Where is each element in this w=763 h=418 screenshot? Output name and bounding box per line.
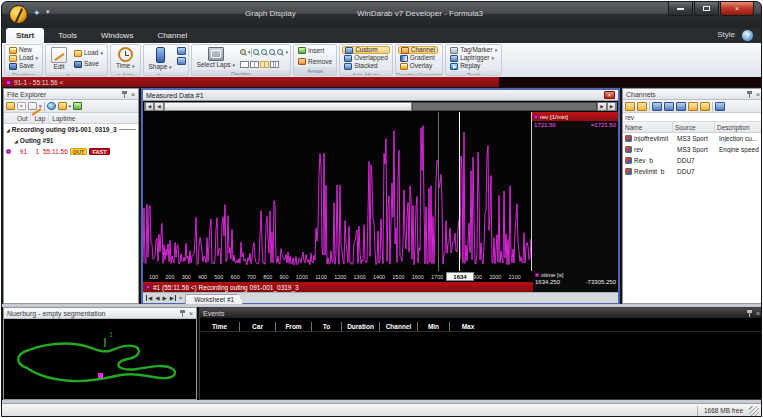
close-button[interactable]: × xyxy=(720,2,754,16)
col-min[interactable]: Min xyxy=(418,322,450,331)
col-source[interactable]: Source xyxy=(673,122,715,133)
overlay-gradient-button[interactable]: Gradient xyxy=(398,54,438,62)
legend-channel-row[interactable]: rev [1/min] xyxy=(532,112,618,121)
save-settings-button[interactable]: Save xyxy=(72,60,105,68)
pin-icon[interactable] xyxy=(747,310,752,317)
filter-edit-icon[interactable] xyxy=(28,102,37,110)
tag-marker-button[interactable]: Tag/Marker▾ xyxy=(448,46,499,54)
app-logo-icon[interactable] xyxy=(9,5,28,24)
remove-file-icon[interactable]: × xyxy=(17,102,26,110)
next-tab-icon[interactable]: ▶ xyxy=(162,295,166,301)
axis-stacked-button[interactable]: Stacked xyxy=(342,62,390,70)
tab-tools[interactable]: Tools xyxy=(48,28,87,43)
cursor-option-icon[interactable] xyxy=(177,47,186,55)
channel-add-icon[interactable] xyxy=(652,102,662,111)
minimize-button[interactable] xyxy=(668,2,693,16)
channel-edit-icon[interactable] xyxy=(676,102,686,111)
channel-row[interactable]: Rev_b DDU7 xyxy=(623,155,762,166)
expander-icon[interactable]: ◢ xyxy=(14,138,18,144)
overlay-channel-button[interactable]: Channel xyxy=(398,46,438,54)
worksheet-tab[interactable]: Worksheet #1 xyxy=(185,294,243,304)
layout-two-icon[interactable] xyxy=(250,61,259,68)
resize-grip[interactable] xyxy=(749,406,759,416)
pin-icon[interactable] xyxy=(180,310,185,317)
col-laptime[interactable]: Laptime xyxy=(49,114,138,123)
channel-import-icon[interactable] xyxy=(700,102,710,111)
col-max[interactable]: Max xyxy=(450,322,486,331)
tab-start[interactable]: Start xyxy=(6,28,44,43)
quick-access-dropdown-icon[interactable]: ▾ xyxy=(46,8,50,16)
tab-channel[interactable]: Channel xyxy=(147,28,197,43)
col-to[interactable]: To xyxy=(312,322,342,331)
close-icon[interactable]: × xyxy=(604,91,615,99)
layout-single-icon[interactable] xyxy=(240,61,249,68)
new-desktop-button[interactable]: New xyxy=(7,46,40,54)
last-tab-icon[interactable]: ▶ xyxy=(170,295,176,301)
trackmap-title[interactable]: Nuerburg - empty segmentation × xyxy=(4,308,196,319)
layout-two-active-icon[interactable] xyxy=(260,61,269,68)
zoom-fit-icon[interactable] xyxy=(269,49,275,55)
time-axis-button[interactable]: Time ▾ xyxy=(113,46,138,70)
sync-icon[interactable] xyxy=(73,102,82,110)
export-icon[interactable] xyxy=(58,102,67,110)
select-laps-button[interactable]: Select Laps ▾ xyxy=(194,46,238,69)
laptrigger-button[interactable]: Laptrigger▾ xyxy=(448,54,499,62)
overlay-overlay-button[interactable]: Overlay xyxy=(398,62,438,70)
quick-access-icon[interactable]: ✦ xyxy=(33,8,41,18)
col-from[interactable]: From xyxy=(276,322,312,331)
channel-filter-input[interactable] xyxy=(623,113,762,121)
info-icon[interactable] xyxy=(47,102,56,110)
replay-button[interactable]: Replay xyxy=(448,62,499,70)
load-settings-button[interactable]: Load▾ xyxy=(72,49,105,57)
tab-windows[interactable]: Windows xyxy=(91,28,143,43)
close-icon[interactable]: × xyxy=(756,310,760,317)
channel-row[interactable]: rev MS3 Sport Engine speed xyxy=(623,144,762,155)
channel-row[interactable]: Revlimit_b DDU7 xyxy=(623,166,762,177)
close-icon[interactable]: × xyxy=(756,91,760,98)
scroll-home-icon[interactable]: ◀ xyxy=(144,102,154,111)
col-duration[interactable]: Duration xyxy=(342,322,380,331)
title-bar[interactable]: ✦ ▾ Graph Display WinDarab v7 Developer … xyxy=(2,2,761,28)
scroll-right-icon[interactable]: ▶ xyxy=(597,102,607,111)
channel-folder-icon[interactable] xyxy=(625,102,635,111)
recording-node[interactable]: ◢ Recording outing 091-001_0319_3 xyxy=(4,124,138,135)
scrollbar-track[interactable] xyxy=(412,102,597,111)
close-tab-icon[interactable]: × xyxy=(179,295,182,301)
insert-area-button[interactable]: Insert xyxy=(296,47,334,55)
channel-row[interactable]: injoffrevlimit MS3 Sport Injection cu... xyxy=(623,133,762,144)
outing-node[interactable]: ◢ Outing #91 xyxy=(4,135,138,146)
style-menu-button[interactable]: Style xyxy=(717,30,735,39)
scroll-end-icon[interactable]: ▶ xyxy=(607,102,617,111)
col-car[interactable]: Car xyxy=(240,322,276,331)
col-out[interactable]: Out xyxy=(14,114,31,123)
channel-folder-icon[interactable] xyxy=(637,102,647,111)
close-icon[interactable]: × xyxy=(189,310,193,317)
channel-export-icon[interactable] xyxy=(688,102,698,111)
trackmap-canvas[interactable]: 1 xyxy=(5,320,195,398)
cursor-line[interactable] xyxy=(459,112,460,271)
zoom-prev-icon[interactable] xyxy=(277,49,283,55)
lap-quick-label[interactable]: 91-1 - 55:11.56 < xyxy=(14,79,63,86)
zoom-select-icon[interactable] xyxy=(240,49,246,55)
graph-h-scrollbar[interactable]: ◀ ◀ ▶ ▶ xyxy=(143,101,618,112)
cursor-option-icon[interactable] xyxy=(177,57,186,65)
prev-tab-icon[interactable]: ◀ xyxy=(155,295,159,301)
load-desktop-button[interactable]: Load▾ xyxy=(7,54,40,62)
zoom-out-icon[interactable] xyxy=(261,49,267,55)
close-icon[interactable]: × xyxy=(131,91,135,98)
axis-overlapped-button[interactable]: Overlapped xyxy=(342,54,390,62)
channels-title[interactable]: Channels × xyxy=(623,89,762,100)
col-description[interactable]: Description xyxy=(715,122,762,133)
cursor-value-box[interactable]: 1634 xyxy=(446,272,474,281)
cursor-shape-button[interactable]: Shape ▾ xyxy=(146,46,175,71)
zoom-in-icon[interactable] xyxy=(253,49,259,55)
help-icon[interactable]: ? xyxy=(742,30,753,41)
events-title[interactable]: Events × xyxy=(200,308,762,319)
signal-plot-area[interactable] xyxy=(143,112,532,271)
layout-grid-icon[interactable] xyxy=(270,61,279,68)
open-file-icon[interactable] xyxy=(6,102,15,110)
axis-custom-button[interactable]: Custom xyxy=(342,46,390,54)
scroll-left-icon[interactable]: ◀ xyxy=(154,102,164,111)
lap-row[interactable]: 91 1 55:11.56 OUT FAST xyxy=(4,146,138,157)
pin-icon[interactable] xyxy=(122,91,127,98)
